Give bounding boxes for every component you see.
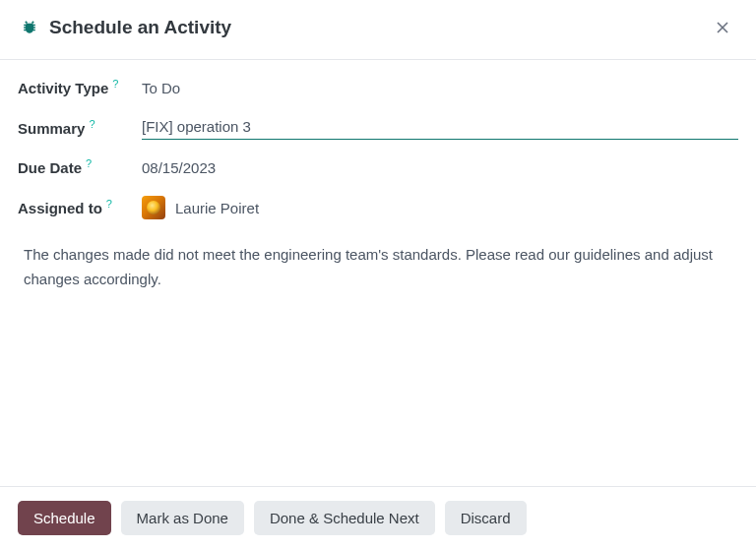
- help-icon[interactable]: ?: [112, 78, 118, 90]
- summary-label: Summary ?: [18, 120, 142, 137]
- due-date-label-text: Due Date: [18, 159, 82, 176]
- summary-label-text: Summary: [18, 120, 85, 137]
- modal-title: Schedule an Activity: [49, 17, 231, 38]
- summary-row: Summary ?: [18, 116, 738, 140]
- schedule-button[interactable]: Schedule: [18, 501, 111, 535]
- bug-icon: [20, 18, 39, 37]
- assigned-to-row: Assigned to ? Laurie Poiret: [18, 196, 738, 219]
- due-date-row: Due Date ? 08/15/2023: [18, 159, 738, 176]
- close-button[interactable]: [709, 14, 736, 41]
- activity-type-label-text: Activity Type: [18, 80, 108, 96]
- assignee-value-wrap[interactable]: Laurie Poiret: [142, 196, 259, 219]
- avatar: [142, 196, 165, 219]
- activity-type-row: Activity Type ? To Do: [18, 80, 738, 96]
- modal-header: Schedule an Activity: [0, 0, 756, 60]
- discard-button[interactable]: Discard: [445, 501, 527, 535]
- modal-body: Activity Type ? To Do Summary ? Due Date…: [0, 60, 756, 292]
- help-icon[interactable]: ?: [86, 157, 92, 169]
- modal-title-wrap: Schedule an Activity: [20, 17, 231, 38]
- activity-type-value[interactable]: To Do: [142, 80, 738, 96]
- modal-footer: Schedule Mark as Done Done & Schedule Ne…: [0, 486, 756, 549]
- mark-as-done-button[interactable]: Mark as Done: [121, 501, 244, 535]
- help-icon[interactable]: ?: [89, 118, 94, 130]
- assigned-to-label: Assigned to ?: [18, 200, 142, 216]
- activity-type-label: Activity Type ?: [18, 80, 142, 96]
- due-date-value[interactable]: 08/15/2023: [142, 159, 738, 176]
- done-schedule-next-button[interactable]: Done & Schedule Next: [254, 501, 435, 535]
- help-icon[interactable]: ?: [106, 198, 112, 210]
- assignee-name: Laurie Poiret: [175, 200, 259, 216]
- description-text[interactable]: The changes made did not meet the engine…: [18, 239, 738, 292]
- due-date-label: Due Date ?: [18, 159, 142, 176]
- assigned-to-label-text: Assigned to: [18, 200, 102, 216]
- close-icon: [713, 18, 732, 37]
- summary-input[interactable]: [142, 116, 738, 140]
